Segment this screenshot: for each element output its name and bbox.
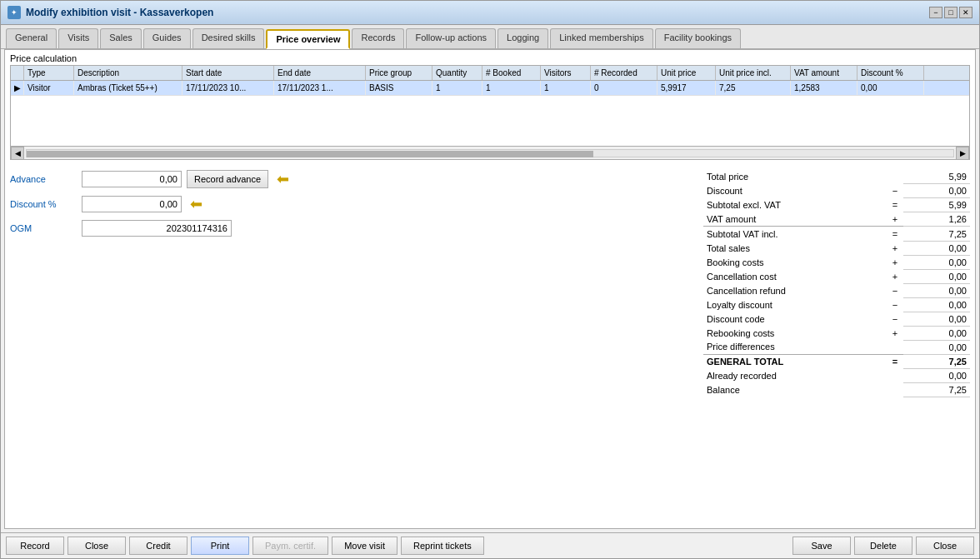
general-total-label: GENERAL TOTAL [703, 355, 887, 369]
col-header-recorded: # Recorded [591, 66, 658, 80]
col-header-arrow [11, 66, 24, 80]
booking-costs-op: + [887, 255, 903, 269]
discount-label2: Discount [703, 184, 887, 198]
row-arrow: ▶ [11, 81, 24, 95]
reprint-tickets-button[interactable]: Reprint tickets [401, 537, 484, 555]
col-header-desc: Description [74, 66, 182, 80]
advance-input[interactable] [82, 171, 182, 187]
tab-desired-skills[interactable]: Desired skills [192, 28, 265, 48]
cancellation-cost-value: 0,00 [903, 269, 970, 283]
discount-code-op: − [887, 312, 903, 326]
save-button[interactable]: Save [792, 537, 851, 555]
title-bar: ✦ Modify exhibition visit - Kassaverkope… [1, 1, 979, 25]
tab-visits[interactable]: Visits [58, 28, 98, 48]
minimize-button[interactable]: − [929, 7, 942, 18]
balance-value: 7,25 [903, 383, 970, 397]
table-row[interactable]: ▶ Visitor Ambras (Ticket 55++) 17/11/202… [11, 81, 969, 96]
loyalty-op: − [887, 297, 903, 312]
credit-button[interactable]: Credit [129, 537, 188, 555]
cancellation-refund-row: Cancellation refund − 0,00 [703, 283, 970, 297]
scroll-right-button[interactable]: ▶ [956, 147, 969, 160]
col-header-start: Start date [182, 66, 274, 80]
loyalty-row: Loyalty discount − 0,00 [703, 297, 970, 312]
vat-label: VAT amount [703, 212, 887, 227]
cancellation-refund-label: Cancellation refund [703, 283, 887, 297]
close2-button[interactable]: Close [916, 537, 974, 555]
price-summary: Total price 5,99 Discount − 0,00 Subtota… [703, 170, 970, 522]
discount-code-label: Discount code [703, 312, 887, 326]
close-button[interactable]: Close [68, 537, 126, 555]
row-discount: 0,00 [858, 81, 924, 95]
cancellation-cost-op: + [887, 269, 903, 283]
window-title: Modify exhibition visit - Kassaverkopen [26, 7, 924, 18]
subtotal-excl-op: = [887, 198, 903, 212]
horizontal-scrollbar[interactable]: ◀ ▶ [11, 146, 969, 159]
total-sales-value: 0,00 [903, 241, 970, 255]
subtotal-excl-row: Subtotal excl. VAT = 5,99 [703, 198, 970, 212]
col-header-type: Type [24, 66, 74, 80]
vat-value: 1,26 [903, 212, 970, 227]
advance-arrow-icon: ⬅ [277, 170, 289, 188]
maximize-button[interactable]: □ [944, 7, 958, 18]
col-header-unitinc: Unit price incl. [716, 66, 791, 80]
table-header: Type Description Start date End date Pri… [11, 66, 969, 81]
tab-price-overview[interactable]: Price overview [266, 29, 350, 49]
close-window-button[interactable]: ✕ [959, 7, 972, 18]
vat-row: VAT amount + 1,26 [703, 212, 970, 227]
tab-facility-bookings[interactable]: Facility bookings [655, 28, 741, 48]
form-area: Advance Record advance ⬅ Discount % ⬅ OG… [5, 163, 975, 528]
booking-costs-value: 0,00 [903, 255, 970, 269]
loyalty-value: 0,00 [903, 297, 970, 312]
general-total-row: GENERAL TOTAL = 7,25 [703, 355, 970, 369]
subtotal-incl-label: Subtotal VAT incl. [703, 227, 887, 242]
col-header-qty: Quantity [432, 66, 482, 80]
already-recorded-row: Already recorded 0,00 [703, 369, 970, 383]
discount-op: − [887, 184, 903, 198]
price-diff-value: 0,00 [903, 340, 970, 354]
col-header-vat: VAT amount [791, 66, 858, 80]
delete-button[interactable]: Delete [854, 537, 912, 555]
balance-op [887, 383, 903, 397]
scroll-left-button[interactable]: ◀ [11, 147, 24, 160]
tab-general[interactable]: General [6, 28, 57, 48]
advance-label: Advance [10, 174, 77, 184]
tab-sales[interactable]: Sales [100, 28, 142, 48]
booking-costs-label: Booking costs [703, 255, 887, 269]
balance-label: Balance [703, 383, 887, 397]
row-recorded: 0 [591, 81, 658, 95]
total-price-row: Total price 5,99 [703, 170, 970, 184]
row-type: Visitor [24, 81, 74, 95]
tab-records[interactable]: Records [352, 28, 404, 48]
total-sales-label: Total sales [703, 241, 887, 255]
row-qty: 1 [432, 81, 482, 95]
tab-follow-up[interactable]: Follow-up actions [406, 28, 496, 48]
tab-guides[interactable]: Guides [143, 28, 191, 48]
rebooking-op: + [887, 326, 903, 340]
cancellation-cost-row: Cancellation cost + 0,00 [703, 269, 970, 283]
scroll-track[interactable] [26, 149, 954, 157]
ogm-row: OGM [10, 220, 687, 237]
total-sales-row: Total sales + 0,00 [703, 241, 970, 255]
tab-logging[interactable]: Logging [498, 28, 548, 48]
move-visit-button[interactable]: Move visit [332, 537, 398, 555]
tab-bar: General Visits Sales Guides Desired skil… [1, 25, 979, 49]
record-advance-button[interactable]: Record advance [187, 170, 268, 188]
print-button[interactable]: Print [191, 537, 249, 555]
discount-arrow-icon: ⬅ [190, 195, 202, 213]
record-button[interactable]: Record [6, 537, 64, 555]
main-window: ✦ Modify exhibition visit - Kassaverkope… [0, 0, 980, 559]
ogm-label: OGM [10, 223, 77, 233]
scroll-thumb[interactable] [27, 151, 593, 157]
bottom-bar: Record Close Credit Print Paym. certif. … [1, 532, 979, 558]
loyalty-label: Loyalty discount [703, 297, 887, 312]
tab-linked-memberships[interactable]: Linked memberships [550, 28, 653, 48]
discount-input[interactable] [82, 196, 182, 212]
col-header-unit: Unit price [658, 66, 716, 80]
general-total-value: 7,25 [903, 355, 970, 369]
subtotal-incl-value: 7,25 [903, 227, 970, 242]
ogm-input[interactable] [82, 220, 232, 237]
paym-certif-button[interactable]: Paym. certif. [252, 537, 328, 555]
col-header-visitors: Visitors [541, 66, 591, 80]
booking-costs-row: Booking costs + 0,00 [703, 255, 970, 269]
row-end: 17/11/2023 1... [274, 81, 366, 95]
